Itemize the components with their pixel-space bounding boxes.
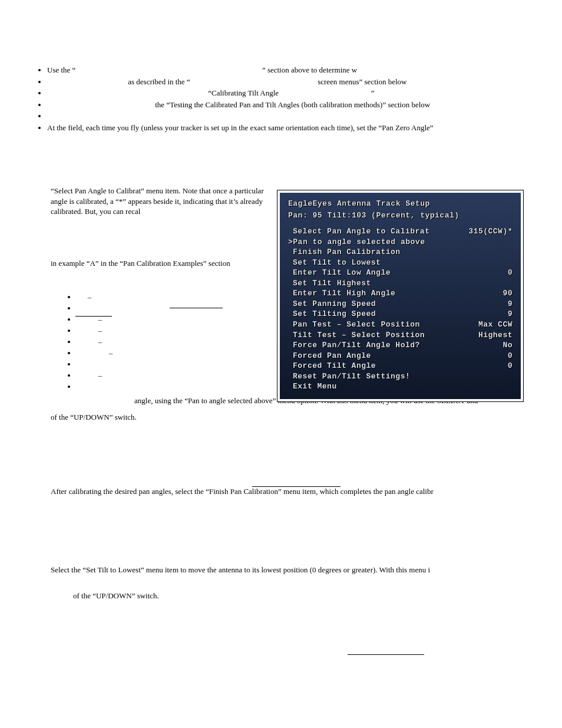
list-item: “Calibrating Tilt Angle ” (47, 88, 528, 98)
osd-menu-label: Set Tilting Speed (288, 309, 376, 319)
dash-icon: – (98, 370, 103, 381)
osd-menu-label: Set Panning Speed (288, 299, 376, 309)
text: At the field, each time you fly (unless … (47, 123, 434, 132)
osd-menu-label: Set Tilt to Lowest (288, 258, 381, 268)
osd-menu-label: Forced Tilt Angle (288, 361, 376, 371)
text: the “Testing the Calibrated Pan and Tilt… (155, 100, 430, 109)
underline (252, 486, 340, 487)
osd-menu-item: >Pan to angle selected above (288, 237, 513, 248)
osd-title: EagleEyes Antenna Track Setup (288, 199, 513, 209)
osd-menu-item: Reset Pan/Tilt Settings! (288, 371, 513, 382)
osd-menu-value: 0 (508, 361, 513, 371)
osd-menu-item: Enter Tilt Low Angle0 (288, 268, 513, 278)
paragraph: Select the “Set Tilt to Lowest” menu ite… (51, 565, 528, 575)
list-item: At the field, each time you fly (unless … (47, 123, 528, 133)
osd-menu-value: 90 (503, 288, 513, 299)
osd-menu-item: Exit Menu (288, 381, 513, 392)
osd-menu-label: Tilt Test – Select Position (288, 330, 425, 341)
list-item (47, 111, 528, 121)
dash-icon: – (87, 292, 92, 302)
osd-menu-item: Pan Test – Select PositionMax CCW (288, 319, 513, 330)
osd-menu-label: Enter Tilt High Angle (288, 288, 395, 299)
paragraph: in example “A” in the “Pan Calibration E… (51, 258, 269, 269)
osd-menu-label: Exit Menu (288, 381, 337, 392)
paragraph: “Select Pan Angle to Calibrat” menu item… (51, 186, 269, 217)
list-item: Use the “ ” section above to determine w (47, 65, 528, 75)
osd-menu-label: >Pan to angle selected above (288, 237, 425, 248)
osd-menu-item: Tilt Test – Select PositionHighest (288, 330, 513, 341)
text: as described in the “ (128, 77, 190, 86)
underline (170, 308, 223, 308)
osd-menu-value: 0 (508, 268, 513, 278)
osd-menu-value: No (503, 340, 513, 351)
osd-menu-item: Set Tilt Highest (288, 278, 513, 289)
osd-menu-label: Reset Pan/Tilt Settings! (288, 371, 410, 382)
dash-icon: – (98, 325, 103, 336)
text: Use the “ (47, 65, 75, 74)
list-item: the “Testing the Calibrated Pan and Tilt… (47, 100, 528, 110)
dash-icon: – (108, 348, 113, 358)
osd-menu-item: Set Tilt to Lowest (288, 258, 513, 268)
osd-menu-label: Finish Pan Calibration (288, 247, 401, 258)
osd-menu-value: Max CCW (478, 319, 513, 330)
osd-menu-item: Finish Pan Calibration (288, 247, 513, 258)
dash-icon: – (98, 337, 103, 347)
paragraph: After calibrating the desired pan angles… (51, 486, 528, 497)
underline (75, 316, 112, 317)
text: screen menus” section below (318, 77, 406, 86)
osd-menu-item: Force Pan/Tilt Angle Hold?No (288, 340, 513, 351)
osd-menu-value: 315(CCW)* (468, 226, 513, 237)
osd-menu-value: 9 (508, 299, 513, 309)
osd-menu-label: Select Pan Angle to Calibrat (288, 226, 429, 237)
osd-menu-item: Forced Pan Angle0 (288, 351, 513, 361)
osd-menu-value: 9 (508, 309, 513, 319)
top-bullet-list: Use the “ ” section above to determine w… (34, 65, 528, 133)
list-item: as described in the “ screen menus” sect… (47, 77, 528, 87)
osd-menu-value: 0 (508, 351, 513, 361)
osd-menu-item: Forced Tilt Angle0 (288, 361, 513, 371)
osd-menu-value: Highest (478, 330, 513, 341)
osd-menu-label: Pan Test – Select Position (288, 319, 420, 330)
text: ” section above to determine w (262, 65, 357, 74)
paragraph: of the “UP/DOWN” switch. (73, 591, 528, 601)
osd-screen: EagleEyes Antenna Track Setup Pan: 95 Ti… (280, 193, 521, 399)
osd-menu-label: Enter Tilt Low Angle (288, 268, 391, 278)
osd-menu-item: Set Panning Speed9 (288, 299, 513, 309)
underline (348, 654, 424, 655)
osd-menu-item: Select Pan Angle to Calibrat315(CCW)* (288, 226, 513, 237)
osd-subtitle: Pan: 95 Tilt:103 (Percent, typical) (288, 210, 513, 221)
paragraph: of the “UP/DOWN” switch. (51, 412, 528, 423)
osd-menu-item: Set Tilting Speed9 (288, 309, 513, 319)
osd-menu-label: Force Pan/Tilt Angle Hold? (288, 340, 420, 351)
osd-menu-item: Enter Tilt High Angle90 (288, 288, 513, 299)
osd-menu-label: Forced Pan Angle (288, 351, 371, 361)
figure-osd-menu: EagleEyes Antenna Track Setup Pan: 95 Ti… (277, 190, 524, 402)
osd-menu-label: Set Tilt Highest (288, 278, 371, 289)
text: “Calibrating Tilt Angle (208, 88, 279, 97)
text: ” (371, 88, 375, 97)
